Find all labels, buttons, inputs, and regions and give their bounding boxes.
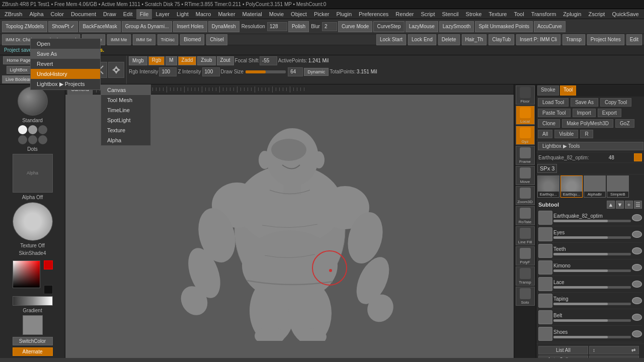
subtool-item-1[interactable]: Eyes xyxy=(538,226,642,243)
menu-texture[interactable]: Texture xyxy=(485,9,510,19)
color-swatch-red[interactable] xyxy=(44,260,53,269)
canvas-opt-texture[interactable]: Texture xyxy=(101,125,150,135)
subtool-item-2[interactable]: Teeth xyxy=(538,243,642,259)
subtool-eye-6[interactable] xyxy=(632,314,642,321)
lazymouse-btn[interactable]: LazyMouse xyxy=(406,21,438,32)
canvas-opt-timeline[interactable]: TimeLine xyxy=(101,105,150,115)
export-btn[interactable]: Export xyxy=(598,109,621,117)
floor-btn[interactable]: Floor xyxy=(516,85,535,105)
menu-stroke[interactable]: Stroke xyxy=(462,9,486,19)
load-tool-btn[interactable]: Load Tool xyxy=(538,98,569,107)
seethrough-btn[interactable]: See-through 0 xyxy=(642,9,644,19)
eq-color-btn[interactable] xyxy=(634,153,642,161)
solo-btn[interactable]: Solo xyxy=(516,287,535,306)
subtool-eye-4[interactable] xyxy=(632,281,642,288)
dot1[interactable] xyxy=(18,125,27,134)
all-btn[interactable]: All xyxy=(538,130,552,138)
menu-zplugin[interactable]: Zplugin xyxy=(559,9,585,19)
menu-color[interactable]: Color xyxy=(47,9,67,19)
menu-picker[interactable]: Picker xyxy=(310,9,333,19)
thumb-earthquake2[interactable]: Earthqu... xyxy=(560,175,583,198)
paste-tool-btn[interactable]: Paste Tool xyxy=(538,109,571,117)
stroke-tab[interactable]: Stroke xyxy=(537,85,559,96)
frame-btn[interactable]: Frame xyxy=(516,146,535,165)
gyz-btn[interactable]: Gyz xyxy=(516,126,535,145)
quicksave-btn[interactable]: QuickSave xyxy=(608,9,642,19)
menu-document[interactable]: Document xyxy=(67,9,100,19)
dynamic-btn[interactable]: Dynamic xyxy=(304,68,329,76)
switchcolor-btn[interactable]: SwitchColor xyxy=(13,337,53,345)
file-revert[interactable]: Revert xyxy=(31,59,100,69)
blur-input[interactable] xyxy=(322,22,337,31)
focal-shift-input[interactable] xyxy=(260,56,277,65)
menu-transform[interactable]: Transform xyxy=(528,9,560,19)
menu-stencil[interactable]: Stencil xyxy=(439,9,462,19)
menu-object[interactable]: Object xyxy=(287,9,310,19)
dot2[interactable] xyxy=(28,125,37,134)
tool-tab[interactable]: Tool xyxy=(560,85,576,96)
transpc-btn[interactable]: Transp xyxy=(562,34,585,45)
file-lightbox-projects[interactable]: Lightbox ▶ Projects xyxy=(31,79,100,89)
autocollapse-btn[interactable]: Auto Collapse xyxy=(538,355,588,358)
rgb-btn[interactable]: Rgb xyxy=(148,56,165,65)
save-as-btn[interactable]: Save As xyxy=(571,98,598,107)
subtool-down-btn[interactable]: ▼ xyxy=(616,201,624,209)
lazysmooth-btn[interactable]: LazySmooth xyxy=(439,21,474,32)
homepage-tab[interactable]: Home Page xyxy=(3,56,34,64)
mrgb-btn[interactable]: Mrgb xyxy=(129,56,147,65)
polyf-btn[interactable]: PolyF xyxy=(516,246,535,265)
color-picker[interactable] xyxy=(13,258,53,294)
menu-light[interactable]: Light xyxy=(173,9,192,19)
backfacemask-btn[interactable]: BackFaceMask xyxy=(79,21,120,32)
curve-step-btn[interactable]: CurveStep xyxy=(373,21,404,32)
subtool-eye-5[interactable] xyxy=(632,297,642,304)
texture-preview[interactable] xyxy=(13,202,53,241)
make-poly3d-btn[interactable]: Make PolyMesh3D xyxy=(562,119,613,128)
menu-edit[interactable]: Edit xyxy=(120,9,136,19)
insert-holes-btn[interactable]: Insert Holes xyxy=(173,21,207,32)
menu-tool[interactable]: Tool xyxy=(510,9,527,19)
polish-btn[interactable]: Polish xyxy=(288,21,309,32)
gray-swatch[interactable] xyxy=(23,315,43,335)
biomed-btn[interactable]: Biomed xyxy=(180,34,204,45)
dot5[interactable] xyxy=(28,135,37,144)
menu-alpha[interactable]: Alpha xyxy=(26,9,47,19)
dot6[interactable] xyxy=(38,135,47,144)
menu-zscript[interactable]: Zscript xyxy=(585,9,608,19)
menu-draw[interactable]: Draw xyxy=(100,9,120,19)
menu-movie[interactable]: Movie xyxy=(266,9,287,19)
subtool-item-4[interactable]: Lace xyxy=(538,276,642,293)
imm-se-btn[interactable]: IMM Se xyxy=(133,34,155,45)
project-notes-btn[interactable]: Project Notes xyxy=(587,34,624,45)
brush-preview[interactable] xyxy=(18,86,48,116)
file-saveas[interactable]: Save As xyxy=(31,49,100,59)
menu-macro[interactable]: Macro xyxy=(192,9,215,19)
tridisc-btn[interactable]: TriDisc xyxy=(157,34,179,45)
menu-marker[interactable]: Marker xyxy=(214,9,238,19)
copy-tool-btn[interactable]: Copy Tool xyxy=(600,98,631,107)
clone-btn[interactable]: Clone xyxy=(538,119,560,128)
dot3[interactable] xyxy=(38,125,47,134)
subtool-eye-7[interactable] xyxy=(632,330,642,337)
local-btn[interactable]: Local xyxy=(516,106,535,125)
menu-plugin[interactable]: Plugin xyxy=(333,9,355,19)
rgb-intensity-input[interactable] xyxy=(159,67,177,76)
chisel-btn[interactable]: Chisel xyxy=(206,34,227,45)
color-swatch-black[interactable] xyxy=(44,285,53,294)
canvas-opt-spotlight[interactable]: SpotLight xyxy=(101,115,150,125)
thumb-simpleb[interactable]: SimpleB xyxy=(607,175,629,198)
clay-tub-btn[interactable]: ClayTub xyxy=(489,34,514,45)
topolog-btn[interactable]: Topolog ZModels xyxy=(2,21,47,32)
alternate-btn[interactable]: Alternate xyxy=(13,347,53,356)
gradient-preview[interactable] xyxy=(13,296,53,306)
r-btn[interactable]: R xyxy=(580,130,593,138)
subtool-eye-1[interactable] xyxy=(632,231,642,238)
menu-material[interactable]: Material xyxy=(239,9,266,19)
edit-btn[interactable]: Edit xyxy=(626,34,642,45)
subtool-item-3[interactable]: Kimono xyxy=(538,259,642,276)
listall-btn[interactable]: List All xyxy=(538,346,588,354)
curve-mode-btn[interactable]: Curve Mode xyxy=(338,21,372,32)
thumb-alphabr[interactable]: AlphaBr xyxy=(584,175,606,198)
m-btn[interactable]: M xyxy=(166,56,177,65)
zadd-btn[interactable]: Zadd xyxy=(178,56,197,65)
